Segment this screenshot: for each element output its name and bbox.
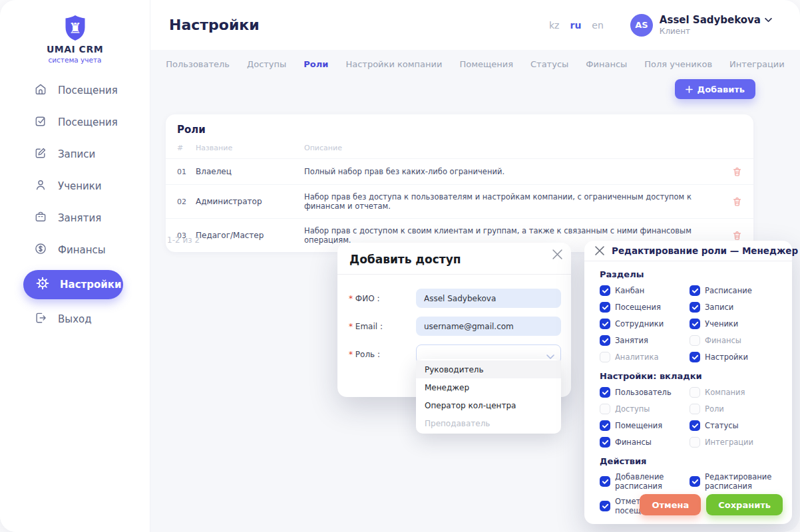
- permission-checkbox[interactable]: Роли: [690, 404, 781, 414]
- permission-label: Настройки: [705, 352, 748, 362]
- permission-checkbox[interactable]: Финансы: [600, 437, 690, 448]
- sidebar-item-1[interactable]: Посещения: [0, 106, 150, 138]
- permission-checkbox[interactable]: Канбан: [600, 285, 690, 296]
- save-button[interactable]: Сохранить: [706, 494, 783, 515]
- lang-kz[interactable]: kz: [549, 20, 559, 31]
- avatar[interactable]: AS: [630, 14, 653, 37]
- permission-checkbox[interactable]: Пользователь: [600, 387, 690, 398]
- permission-checkbox[interactable]: Ученики: [690, 319, 781, 329]
- permission-label: Канбан: [615, 286, 644, 295]
- home-icon: [34, 82, 47, 98]
- dropdown-option-1[interactable]: Менеджер: [416, 378, 561, 396]
- permission-checkbox[interactable]: Сотрудники: [600, 319, 690, 329]
- section-title-0: Разделы: [600, 269, 781, 279]
- role-name: Педагог/Мастер: [196, 231, 304, 240]
- tab-3[interactable]: Настройки компании: [345, 59, 442, 69]
- tab-5[interactable]: Статусы: [530, 59, 568, 69]
- chevron-down-icon: [765, 18, 772, 23]
- dropdown-option-2[interactable]: Оператор кол-центра: [416, 396, 561, 414]
- tab-4[interactable]: Помещения: [459, 59, 513, 69]
- tab-0[interactable]: Пользователь: [166, 59, 230, 69]
- topbar: Настройки kzruen AS Assel Sadybekova Кли…: [150, 0, 800, 50]
- user-icon: [34, 178, 47, 194]
- checkbox-checked-icon: [690, 476, 700, 487]
- tab-7[interactable]: Поля учеников: [644, 59, 712, 69]
- sidebar-item-label: Настройки: [60, 279, 122, 291]
- permission-checkbox[interactable]: Финансы: [690, 335, 781, 346]
- checkbox-unchecked-icon: [690, 437, 700, 448]
- lang-en[interactable]: en: [592, 20, 604, 31]
- trash-icon[interactable]: [732, 230, 742, 241]
- permission-label: Занятия: [615, 336, 648, 345]
- checkbox-checked-icon: [600, 335, 610, 346]
- email-label: Email :: [349, 322, 383, 331]
- svg-text:♜: ♜: [69, 20, 82, 37]
- sidebar-item-0[interactable]: Посещения: [0, 74, 150, 106]
- close-icon[interactable]: [595, 246, 604, 255]
- permission-label: Компания: [705, 388, 745, 397]
- permission-checkbox[interactable]: Помещения: [600, 420, 690, 431]
- checkbox-checked-icon: [600, 387, 610, 398]
- tab-6[interactable]: Финансы: [586, 59, 627, 69]
- checkbox-checked-icon: [600, 302, 610, 313]
- tab-8[interactable]: Интеграции: [729, 59, 785, 69]
- close-icon[interactable]: [552, 249, 562, 262]
- permission-label: Помещения: [615, 421, 662, 430]
- sidebar-item-label: Ученики: [58, 180, 102, 192]
- permission-checkbox[interactable]: Добавление расписания: [600, 472, 690, 491]
- plus-icon: [686, 86, 693, 93]
- language-switcher: kzruen: [549, 20, 604, 31]
- dropdown-option-0[interactable]: Руководитель: [416, 360, 561, 378]
- role-dropdown: РуководительМенеджерОператор кол-центраП…: [416, 359, 561, 434]
- tab-1[interactable]: Доступы: [247, 59, 286, 69]
- role-name: Влаелец: [196, 167, 304, 176]
- permission-label: Пользователь: [615, 388, 672, 397]
- table-row: 01ВлаелецПолный набор прав без каких-либ…: [166, 158, 753, 184]
- lang-ru[interactable]: ru: [570, 20, 581, 31]
- dropdown-option-3: Преподаватель: [416, 414, 561, 432]
- sidebar-item-logout[interactable]: Выход: [0, 303, 150, 335]
- sidebar-item-label: Записи: [58, 148, 95, 160]
- sidebar-item-2[interactable]: Записи: [0, 138, 150, 170]
- permission-checkbox[interactable]: Интеграции: [690, 437, 781, 448]
- checkbox-checked-icon: [690, 319, 700, 329]
- permission-label: Статусы: [705, 421, 739, 430]
- cancel-button[interactable]: Отмена: [640, 494, 701, 515]
- checkbox-checked-icon: [690, 302, 700, 313]
- gear-icon: [36, 277, 49, 293]
- app-window: ♜ UMAI CRM система учета ПосещенияПосеще…: [0, 0, 800, 532]
- sidebar-item-3[interactable]: Ученики: [0, 170, 150, 202]
- trash-icon[interactable]: [732, 166, 742, 177]
- sidebar-item-label: Занятия: [58, 212, 101, 224]
- checkbox-unchecked-icon: [600, 352, 610, 362]
- permission-checkbox[interactable]: Расписание: [690, 285, 781, 296]
- email-input[interactable]: [416, 317, 561, 336]
- role-description: Набор прав без доступа к пользователям и…: [304, 192, 715, 211]
- column-header-2: Описание: [304, 144, 715, 152]
- permission-checkbox[interactable]: Аналитика: [600, 352, 690, 362]
- table-row: 02АдминистраторНабор прав без доступа к …: [166, 184, 753, 218]
- permission-label: Доступы: [615, 404, 650, 414]
- sidebar-item-5[interactable]: Финансы: [0, 234, 150, 266]
- fio-input[interactable]: [416, 289, 561, 308]
- column-header-1: Название: [196, 144, 304, 152]
- user-menu[interactable]: AS Assel Sadybekova Клиент: [630, 14, 772, 37]
- permission-checkbox[interactable]: Записи: [690, 302, 781, 313]
- checkbox-checked-icon: [600, 319, 610, 329]
- permission-checkbox[interactable]: Занятия: [600, 335, 690, 346]
- permission-checkbox[interactable]: Компания: [690, 387, 781, 398]
- permission-checkbox[interactable]: Редактирование расписания: [690, 472, 781, 491]
- permission-checkbox[interactable]: Настройки: [690, 352, 781, 362]
- logo: ♜ UMAI CRM система учета: [0, 0, 150, 64]
- trash-icon[interactable]: [732, 196, 742, 207]
- checkbox-checked-icon: [600, 285, 610, 296]
- permission-checkbox[interactable]: Посещения: [600, 302, 690, 313]
- sidebar-item-6[interactable]: Настройки: [23, 270, 123, 299]
- table-body: 01ВлаелецПолный набор прав без каких-либ…: [166, 158, 753, 252]
- sidebar-item-4[interactable]: Занятия: [0, 202, 150, 234]
- tab-2[interactable]: Роли: [303, 59, 328, 69]
- page-title: Настройки: [169, 17, 260, 33]
- add-button[interactable]: Добавить: [675, 79, 755, 99]
- permission-checkbox[interactable]: Статусы: [690, 420, 781, 431]
- permission-checkbox[interactable]: Доступы: [600, 404, 690, 414]
